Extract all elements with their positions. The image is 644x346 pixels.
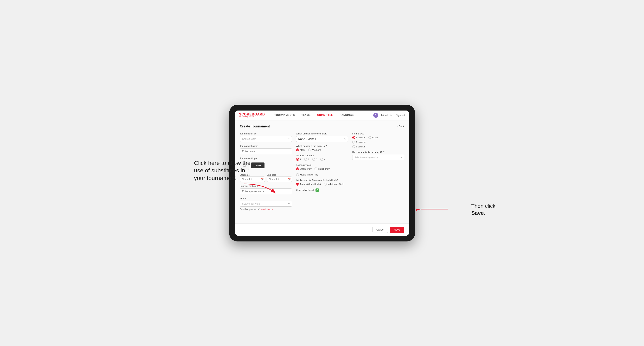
format-other-radio[interactable]: [368, 136, 371, 139]
gender-mens-radio[interactable]: [296, 149, 299, 151]
round-1-radio[interactable]: [296, 158, 299, 161]
gender-womens-radio[interactable]: [308, 149, 311, 151]
venue-label: Venue: [240, 197, 292, 200]
scoring-match[interactable]: Match Play: [314, 168, 330, 170]
allow-substitutes-checkbox-group: Allow substitutes?: [296, 188, 348, 192]
rounds-group: Number of rounds 1 2: [296, 154, 348, 161]
sign-out-link[interactable]: Sign out: [396, 114, 405, 117]
form-col-2: Which division is the event for? NCAA Di…: [296, 132, 348, 210]
format-type-group: Format type 5 count 4 Other: [352, 132, 404, 148]
scoring-medal-label: Medal Match Play: [300, 173, 318, 176]
nav-rankings[interactable]: RANKINGS: [336, 111, 357, 120]
upload-button[interactable]: Upload: [251, 163, 264, 168]
round-4-label: 4: [324, 158, 326, 161]
tournament-name-group: Tournament name: [240, 145, 292, 154]
form-footer: Cancel Save: [235, 223, 409, 236]
gender-womens[interactable]: Womens: [308, 149, 321, 151]
round-3-label: 3: [316, 158, 317, 161]
tournament-host-label: Tournament Host: [240, 132, 292, 135]
cancel-button[interactable]: Cancel: [372, 227, 388, 233]
nav-links: TOURNAMENTS TEAMS COMMITTEE RANKINGS: [271, 111, 373, 120]
user-name: blair admin: [380, 114, 392, 117]
venue-select[interactable]: Search golf club: [240, 201, 292, 207]
annotation-right: Then click Save.: [471, 203, 495, 217]
form-grid: Tournament Host Search team Tournament n…: [240, 132, 404, 210]
navbar: SCOREBOARD Powered by clippd TOURNAMENTS…: [235, 111, 409, 120]
logo-area: SCOREBOARD Powered by clippd: [239, 113, 265, 118]
round-1[interactable]: 1: [296, 158, 301, 161]
scoring-api-group: Use third-party live scoring API? Select…: [352, 151, 404, 160]
scoring-stroke[interactable]: Stroke Play: [296, 168, 312, 170]
avatar: B: [373, 113, 378, 118]
allow-substitutes-checkbox[interactable]: [316, 188, 319, 192]
venue-help: Can't find your venue? email support: [240, 208, 292, 210]
gender-radio-group: Mens Womens: [296, 149, 348, 151]
gender-mens-label: Mens: [300, 149, 306, 151]
format-type-label: Format type: [352, 132, 404, 135]
tournament-logo-label: Tournament logo: [240, 157, 292, 160]
division-select[interactable]: NCAA Division I: [296, 136, 348, 142]
form-col-3: Format type 5 count 4 Other: [352, 132, 404, 210]
tablet-frame: SCOREBOARD Powered by clippd TOURNAMENTS…: [229, 105, 415, 241]
venue-group: Venue Search golf club Can't find your v…: [240, 197, 292, 210]
round-1-label: 1: [300, 158, 301, 161]
rounds-label: Number of rounds: [296, 154, 348, 157]
event-individuals-label: Individuals Only: [328, 183, 344, 185]
event-teams-label: Teams (+Individuals): [300, 183, 321, 185]
nav-teams[interactable]: TEAMS: [298, 111, 314, 120]
round-4[interactable]: 4: [320, 158, 326, 161]
page-title: Create Tournament: [240, 125, 270, 128]
format-5c4[interactable]: 5 count 4: [352, 136, 366, 139]
round-3-radio[interactable]: [312, 158, 315, 161]
page-content: Create Tournament ‹ Back Tournament Host: [235, 120, 409, 223]
event-for-group: Is this event for Teams and/or Individua…: [296, 179, 348, 185]
scoring-radio-group: Stroke Play Match Play Medal Match Play: [296, 168, 348, 176]
event-teams[interactable]: Teams (+Individuals): [296, 183, 321, 185]
format-6c5-radio[interactable]: [352, 145, 355, 148]
event-individuals-radio[interactable]: [324, 183, 327, 185]
scoring-medal-radio[interactable]: [296, 173, 299, 176]
format-row-1: 5 count 4 Other: [352, 136, 404, 139]
scoring-service-select[interactable]: Select a scoring service: [352, 155, 404, 160]
round-2-radio[interactable]: [304, 158, 307, 161]
format-5c4-radio[interactable]: [352, 136, 355, 139]
format-options: 5 count 4 Other 6 count 4: [352, 136, 404, 148]
page-header: Create Tournament ‹ Back: [240, 125, 404, 128]
back-link[interactable]: ‹ Back: [397, 125, 404, 128]
division-label: Which division is the event for?: [296, 132, 348, 135]
scoring-system-group: Scoring system Stroke Play Match Play: [296, 164, 348, 176]
format-other[interactable]: Other: [368, 136, 378, 139]
scoring-stroke-radio[interactable]: [296, 168, 299, 170]
tournament-name-input[interactable]: [240, 149, 292, 154]
scoring-api-label: Use third-party live scoring API?: [352, 151, 404, 154]
scoring-medal-match[interactable]: Medal Match Play: [296, 173, 318, 176]
arrow-right-icon: [419, 204, 448, 215]
event-for-label: Is this event for Teams and/or Individua…: [296, 179, 348, 181]
format-6c5-label: 6 count 5: [356, 145, 366, 148]
back-chevron-icon: ‹: [397, 125, 398, 128]
gender-mens[interactable]: Mens: [296, 149, 306, 151]
end-date-label: End date: [267, 173, 276, 176]
round-2[interactable]: 2: [304, 158, 309, 161]
format-6c5[interactable]: 6 count 5: [352, 145, 404, 148]
tournament-host-select[interactable]: Search team: [240, 136, 292, 142]
event-teams-radio[interactable]: [296, 183, 299, 185]
scoring-match-radio[interactable]: [314, 168, 317, 170]
calendar-end-icon: 📅: [288, 178, 291, 181]
round-3[interactable]: 3: [312, 158, 317, 161]
format-6c4-label: 6 count 4: [356, 141, 366, 143]
tournament-host-group: Tournament Host Search team: [240, 132, 292, 142]
save-button[interactable]: Save: [390, 227, 404, 233]
gender-group: Which gender is the event for? Mens Wome…: [296, 145, 348, 151]
round-4-radio[interactable]: [320, 158, 323, 161]
rounds-radio-group: 1 2 3: [296, 158, 348, 161]
format-6c4-radio[interactable]: [352, 141, 355, 144]
allow-substitutes-group: Allow substitutes?: [296, 188, 348, 192]
format-5c4-label: 5 count 4: [356, 136, 366, 139]
event-individuals[interactable]: Individuals Only: [324, 183, 344, 185]
email-support-link[interactable]: email support: [261, 208, 273, 210]
nav-committee[interactable]: COMMITTEE: [314, 111, 336, 120]
format-6c4[interactable]: 6 count 4: [352, 141, 404, 144]
nav-tournaments[interactable]: TOURNAMENTS: [271, 111, 298, 120]
logo-powered: Powered by clippd: [239, 116, 265, 118]
